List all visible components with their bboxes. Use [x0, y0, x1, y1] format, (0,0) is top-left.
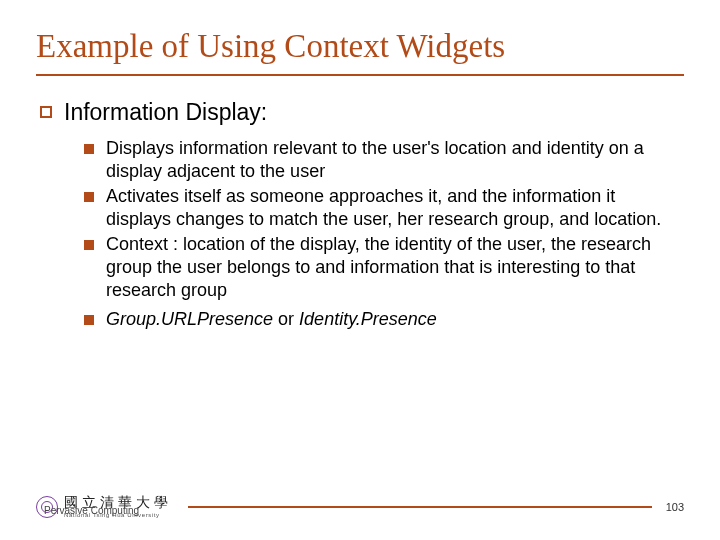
slide-footer: 國立清華大學 National Tsing Hua University Per…	[36, 496, 684, 518]
square-bullet-icon	[84, 192, 94, 202]
level2-text: Context : location of the display, the i…	[106, 233, 674, 302]
italic-term: Group.URLPresence	[106, 309, 273, 329]
level2-list: Displays information relevant to the use…	[40, 137, 684, 331]
level2-text: Activates itself as someone approaches i…	[106, 185, 674, 231]
level2-item: Context : location of the display, the i…	[84, 233, 674, 302]
level2-text-mixed: Group.URLPresence or Identity.Presence	[106, 308, 437, 331]
plain-span: or	[273, 309, 299, 329]
slide: Example of Using Context Widgets Informa…	[0, 0, 720, 540]
square-bullet-icon	[84, 240, 94, 250]
level2-text: Displays information relevant to the use…	[106, 137, 674, 183]
italic-term: Identity.Presence	[299, 309, 437, 329]
square-outline-bullet-icon	[40, 106, 52, 118]
page-number: 103	[666, 501, 684, 513]
level2-item: Activates itself as someone approaches i…	[84, 185, 674, 231]
square-bullet-icon	[84, 315, 94, 325]
level1-text: Information Display:	[64, 98, 267, 127]
level2-item: Displays information relevant to the use…	[84, 137, 674, 183]
square-bullet-icon	[84, 144, 94, 154]
slide-title: Example of Using Context Widgets	[36, 28, 684, 72]
footer-label: Pervasive Computing	[44, 505, 139, 516]
title-underline	[36, 74, 684, 76]
slide-body: Information Display: Displays informatio…	[36, 98, 684, 331]
level2-item: Group.URLPresence or Identity.Presence	[84, 308, 674, 331]
level1-item: Information Display:	[40, 98, 684, 127]
footer-rule	[188, 506, 652, 508]
